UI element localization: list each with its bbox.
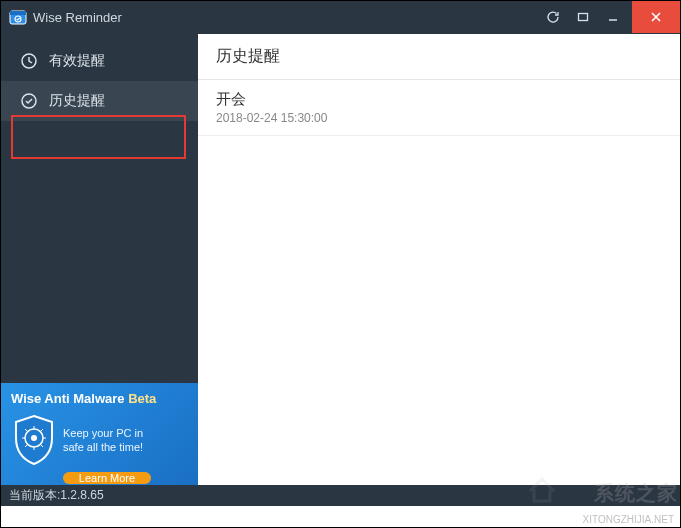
- refresh-button[interactable]: [538, 5, 568, 29]
- reminder-title: 开会: [216, 90, 662, 109]
- clock-icon: [19, 51, 39, 71]
- sidebar-item-active-reminders[interactable]: 有效提醒: [1, 41, 198, 81]
- svg-rect-1: [10, 11, 26, 15]
- app-window: Wise Reminder: [1, 1, 680, 506]
- maximize-button[interactable]: [568, 5, 598, 29]
- sidebar-item-label: 有效提醒: [49, 52, 105, 70]
- main-header: 历史提醒: [198, 34, 680, 80]
- sidebar: 有效提醒 历史提醒 Wise Anti Malware Beta: [1, 33, 198, 485]
- reminder-item[interactable]: 开会 2018-02-24 15:30:00: [198, 80, 680, 136]
- main-content: 历史提醒 开会 2018-02-24 15:30:00: [198, 33, 680, 485]
- shield-icon: [11, 412, 57, 468]
- svg-point-10: [31, 435, 37, 441]
- sidebar-item-history-reminders[interactable]: 历史提醒: [1, 81, 198, 121]
- watermark-url: XITONGZHIJIA.NET: [583, 514, 675, 525]
- close-button[interactable]: [632, 1, 680, 33]
- svg-rect-3: [579, 14, 588, 21]
- sidebar-item-label: 历史提醒: [49, 92, 105, 110]
- promo-title: Wise Anti Malware Beta: [11, 391, 188, 406]
- app-icon: [9, 8, 27, 26]
- promo-banner[interactable]: Wise Anti Malware Beta: [1, 383, 198, 485]
- learn-more-button[interactable]: Learn More: [63, 472, 151, 484]
- titlebar: Wise Reminder: [1, 1, 680, 33]
- version-label: 当前版本:1.2.8.65: [9, 487, 104, 504]
- reminder-time: 2018-02-24 15:30:00: [216, 111, 662, 125]
- app-title: Wise Reminder: [33, 10, 122, 25]
- promo-text: Keep your PC in safe all the time!: [63, 426, 143, 455]
- check-circle-icon: [19, 91, 39, 111]
- minimize-button[interactable]: [598, 5, 628, 29]
- statusbar: 当前版本:1.2.8.65: [1, 485, 680, 506]
